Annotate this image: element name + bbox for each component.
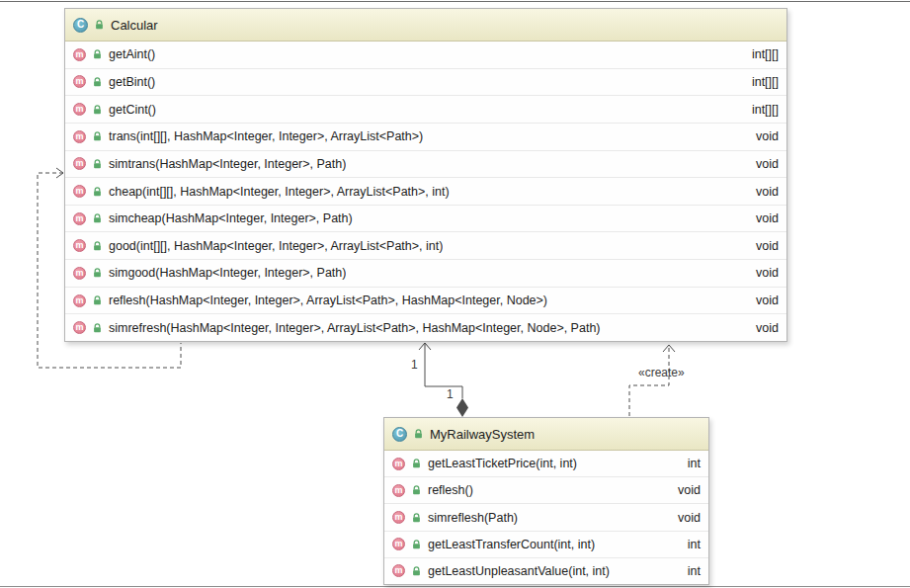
method-return-type: void: [746, 266, 779, 280]
method-signature: good(int[][], HashMap<Integer, Integer>,…: [109, 239, 443, 253]
class-header[interactable]: C Calcular: [65, 9, 786, 42]
lock-icon: [92, 104, 103, 116]
method-return-type: int: [678, 538, 701, 551]
method-return-type: void: [668, 511, 701, 525]
method-signature: simtrans(HashMap<Integer, Integer>, Path…: [109, 157, 346, 171]
method-list: m getAint() int[][] m getBint() int[][] …: [65, 42, 786, 341]
method-row[interactable]: m getAint() int[][]: [65, 42, 786, 69]
method-row[interactable]: m good(int[][], HashMap<Integer, Integer…: [65, 232, 786, 260]
uml-diagram-canvas: { "calcular": { "title": "Calcular", "me…: [0, 0, 910, 588]
method-return-type: int: [678, 457, 701, 470]
create-edge[interactable]: [629, 345, 675, 416]
method-icon: m: [73, 185, 86, 198]
method-icon: m: [73, 294, 86, 307]
method-return-type: void: [746, 294, 779, 307]
method-signature: getAint(): [109, 47, 155, 61]
method-row[interactable]: m simgood(HashMap<Integer, Integer>, Pat…: [65, 260, 786, 288]
method-row[interactable]: m simreflesh(Path) void: [384, 504, 708, 531]
method-row[interactable]: m reflesh() void: [384, 477, 708, 504]
lock-icon: [92, 158, 103, 170]
lock-icon: [411, 539, 422, 550]
method-icon: m: [73, 130, 86, 143]
class-title: Calcular: [111, 18, 158, 33]
method-row[interactable]: m getLeastUnpleasantValue(int, int) int: [384, 558, 708, 584]
method-list: m getLeastTicketPrice(int, int) int m re…: [384, 451, 708, 584]
method-return-type: void: [668, 483, 701, 497]
lock-icon: [92, 48, 103, 60]
method-icon: m: [73, 267, 86, 280]
method-signature: getLeastTransferCount(int, int): [428, 538, 595, 551]
method-icon: m: [73, 103, 86, 116]
method-icon: m: [73, 321, 86, 334]
method-row[interactable]: m trans(int[][], HashMap<Integer, Intege…: [65, 124, 786, 151]
lock-icon: [411, 458, 422, 469]
lock-icon: [92, 212, 103, 224]
lock-icon: [92, 240, 103, 252]
composition-edge[interactable]: [419, 343, 468, 417]
method-signature: simgood(HashMap<Integer, Integer>, Path): [109, 266, 346, 280]
class-node-calcular[interactable]: C Calcular m getAint() int[][] m getBint…: [64, 8, 787, 342]
method-signature: simreflesh(Path): [428, 511, 518, 525]
method-signature: getBint(): [109, 75, 155, 89]
method-return-type: void: [746, 129, 779, 143]
lock-icon: [92, 294, 103, 306]
method-icon: m: [73, 239, 86, 252]
method-signature: reflesh(HashMap<Integer, Integer>, Array…: [109, 294, 547, 307]
method-return-type: int[][]: [742, 75, 779, 89]
method-return-type: void: [746, 239, 779, 253]
method-return-type: int: [678, 564, 701, 578]
lock-icon: [94, 19, 105, 31]
method-icon: m: [392, 458, 405, 470]
class-icon: C: [73, 18, 88, 33]
method-icon: m: [73, 212, 86, 225]
method-row[interactable]: m getLeastTransferCount(int, int) int: [384, 532, 708, 558]
method-icon: m: [73, 75, 86, 88]
multiplicity-label: 1: [447, 387, 454, 401]
lock-icon: [92, 267, 103, 279]
lock-icon: [92, 76, 103, 88]
method-signature: reflesh(): [428, 483, 473, 497]
method-return-type: void: [746, 211, 779, 225]
class-node-myrailwaysystem[interactable]: C MyRailwaySystem m getLeastTicketPrice(…: [383, 417, 709, 585]
lock-icon: [92, 322, 103, 334]
method-row[interactable]: m getLeastTicketPrice(int, int) int: [384, 451, 708, 477]
method-signature: trans(int[][], HashMap<Integer, Integer>…: [109, 129, 423, 143]
method-icon: m: [73, 48, 86, 61]
lock-icon: [411, 565, 422, 577]
lock-icon: [92, 130, 103, 142]
method-row[interactable]: m reflesh(HashMap<Integer, Integer>, Arr…: [65, 288, 786, 315]
class-icon: C: [392, 427, 407, 442]
lock-icon: [92, 186, 103, 198]
method-return-type: void: [746, 185, 779, 199]
lock-icon: [411, 512, 422, 524]
diamond-icon: [456, 398, 468, 417]
method-row[interactable]: m simcheap(HashMap<Integer, Integer>, Pa…: [65, 206, 786, 233]
lock-icon: [411, 484, 422, 496]
method-return-type: void: [746, 321, 779, 335]
method-row[interactable]: m cheap(int[][], HashMap<Integer, Intege…: [65, 178, 786, 206]
method-signature: cheap(int[][], HashMap<Integer, Integer>…: [109, 185, 450, 199]
method-icon: m: [392, 511, 405, 524]
method-signature: getCint(): [109, 103, 156, 117]
method-icon: m: [392, 564, 405, 577]
multiplicity-label: 1: [411, 358, 418, 372]
method-row[interactable]: m simrefresh(HashMap<Integer, Integer>, …: [65, 314, 786, 341]
method-row[interactable]: m getBint() int[][]: [65, 69, 786, 97]
class-title: MyRailwaySystem: [430, 427, 535, 442]
method-icon: m: [392, 484, 405, 497]
method-icon: m: [73, 157, 86, 170]
method-signature: simrefresh(HashMap<Integer, Integer>, Ar…: [109, 321, 601, 335]
method-return-type: int[][]: [742, 47, 779, 61]
create-label: «create»: [638, 366, 685, 379]
method-icon: m: [392, 538, 405, 550]
method-row[interactable]: m getCint() int[][]: [65, 96, 786, 124]
lock-icon: [413, 428, 424, 440]
class-header[interactable]: C MyRailwaySystem: [384, 418, 708, 451]
method-signature: simcheap(HashMap<Integer, Integer>, Path…: [109, 211, 353, 225]
method-return-type: int[][]: [742, 103, 779, 117]
method-signature: getLeastTicketPrice(int, int): [428, 457, 577, 470]
method-signature: getLeastUnpleasantValue(int, int): [428, 564, 610, 578]
method-row[interactable]: m simtrans(HashMap<Integer, Integer>, Pa…: [65, 151, 786, 179]
method-return-type: void: [746, 157, 779, 171]
